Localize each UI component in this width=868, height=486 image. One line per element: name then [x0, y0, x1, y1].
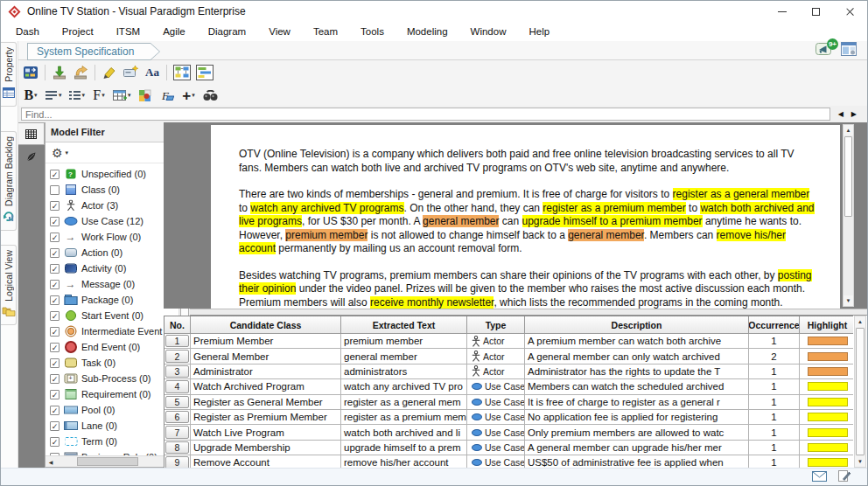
- column-header-description[interactable]: Description: [525, 316, 749, 334]
- checkbox[interactable]: ✓: [50, 280, 60, 289]
- table-row[interactable]: 8Upgrade Membershipupgrade himself to a …: [164, 441, 853, 455]
- filter-item-action-0[interactable]: ✓Action (0): [48, 245, 177, 260]
- filter-item-actor-3[interactable]: ✓Actor (3): [48, 198, 177, 213]
- font-button[interactable]: F ▾: [89, 86, 108, 105]
- checkbox[interactable]: ✓: [50, 374, 60, 384]
- menu-item-view[interactable]: View: [257, 22, 302, 41]
- bold-button[interactable]: B ▾: [21, 86, 40, 105]
- menu-item-window[interactable]: Window: [459, 22, 518, 41]
- menu-item-project[interactable]: Project: [51, 22, 105, 41]
- document-text[interactable]: OTV (Online Television) is a company whi…: [211, 125, 840, 309]
- window-layout-button[interactable]: [841, 42, 857, 59]
- menu-item-dash[interactable]: Dash: [4, 22, 51, 41]
- clear-format-button[interactable]: F: [158, 86, 177, 105]
- tab-system-specification[interactable]: System Specification: [27, 43, 160, 60]
- row-number-button[interactable]: 2: [165, 350, 189, 362]
- find-next-button[interactable]: ▶: [851, 110, 857, 118]
- list-style-button[interactable]: ▾: [66, 86, 88, 105]
- filter-item-end-event-0[interactable]: ✓End Event (0): [48, 339, 177, 355]
- filter-item-start-event-0[interactable]: ✓Start Event (0): [48, 308, 177, 323]
- checkbox[interactable]: ✓: [50, 358, 60, 368]
- checkbox[interactable]: ✓: [50, 201, 60, 211]
- notifications-button[interactable]: 9+: [816, 42, 833, 59]
- candidate-grid-tab[interactable]: [18, 122, 45, 145]
- menu-item-itsm[interactable]: ITSM: [105, 22, 151, 41]
- row-number-button[interactable]: 3: [165, 365, 189, 378]
- export-button[interactable]: [71, 63, 90, 82]
- filter-item-task-0[interactable]: ✓Task (0): [48, 355, 177, 371]
- filter-item-requirement-0[interactable]: ✓Requirement (0): [48, 386, 177, 402]
- row-number-button[interactable]: 7: [165, 426, 189, 438]
- menu-item-help[interactable]: Help: [517, 22, 561, 41]
- menu-item-team[interactable]: Team: [302, 22, 349, 41]
- checkbox[interactable]: ✓: [50, 406, 60, 415]
- add-button[interactable]: + ▾: [179, 86, 199, 105]
- menu-item-modeling[interactable]: Modeling: [396, 22, 459, 41]
- filter-item-message-0[interactable]: ✓Message (0): [48, 276, 177, 292]
- column-header-occurrence[interactable]: Occurrence: [749, 316, 800, 334]
- column-header-extracted-text[interactable]: Extracted Text: [341, 316, 467, 334]
- menu-item-diagram[interactable]: Diagram: [197, 22, 257, 41]
- checkbox[interactable]: ✓: [50, 437, 60, 447]
- scrollbar-thumb[interactable]: [77, 457, 137, 466]
- highlight-pen-tab[interactable]: [18, 145, 45, 168]
- table-row[interactable]: 4Watch Archived Programwatch any archive…: [164, 379, 853, 394]
- font-settings-button[interactable]: Aa: [143, 63, 162, 82]
- table-row[interactable]: 1Premium Memberpremium memberActorA prem…: [164, 334, 853, 349]
- find-input[interactable]: [21, 108, 830, 121]
- checkbox[interactable]: ✓: [50, 311, 60, 321]
- table-scrollbar[interactable]: ▲ ▼: [854, 316, 866, 468]
- scroll-down-icon[interactable]: ▼: [855, 456, 865, 467]
- row-number-button[interactable]: 8: [165, 441, 189, 454]
- side-tab-diagram-backlog[interactable]: Diagram Backlog: [1, 131, 17, 231]
- row-number-button[interactable]: 9: [165, 456, 189, 468]
- import-button[interactable]: [50, 63, 69, 82]
- column-header-type[interactable]: Type: [467, 316, 525, 334]
- menu-item-tools[interactable]: Tools: [349, 22, 396, 41]
- filter-item-lane-0[interactable]: ✓Lane (0): [48, 418, 177, 434]
- side-tab-property[interactable]: Property: [1, 42, 17, 107]
- document-scrollbar[interactable]: ▲ ▼: [843, 124, 854, 307]
- checkbox[interactable]: ✓: [50, 264, 60, 274]
- checkbox[interactable]: ✓: [50, 295, 60, 305]
- table-row[interactable]: 5Register as General Memberregister as a…: [164, 395, 853, 410]
- scroll-up-icon[interactable]: ▲: [855, 316, 865, 327]
- row-number-button[interactable]: 5: [165, 396, 189, 408]
- column-header-candidate-class[interactable]: Candidate Class: [191, 316, 341, 334]
- filter-item-business-rule-0[interactable]: ✓Business Rule (0): [48, 449, 177, 455]
- edit-note-button[interactable]: [838, 469, 851, 485]
- find-button[interactable]: [201, 86, 220, 105]
- find-previous-button[interactable]: ◀: [838, 110, 844, 118]
- scroll-left-icon[interactable]: ◀: [46, 456, 56, 467]
- generate-report-button[interactable]: [21, 63, 40, 82]
- column-header-highlight[interactable]: Highlight: [800, 316, 853, 334]
- filter-item-term-0[interactable]: ✓Term (0): [48, 434, 177, 449]
- filter-item-class-0[interactable]: Class (0): [48, 182, 177, 198]
- row-number-button[interactable]: 6: [165, 411, 189, 423]
- messages-button[interactable]: [812, 469, 827, 485]
- row-number-button[interactable]: 1: [165, 335, 189, 347]
- filter-item-sub-process-0[interactable]: ✓Sub-Process (0): [48, 371, 177, 386]
- filter-item-intermediate-event-0[interactable]: ✓Intermediate Event (0): [48, 323, 177, 339]
- alignment-button[interactable]: ▾: [43, 86, 64, 105]
- scroll-up-icon[interactable]: ▲: [844, 125, 853, 135]
- scrollbar-thumb[interactable]: [844, 136, 852, 217]
- checkbox[interactable]: ✓: [50, 170, 60, 179]
- table-row[interactable]: 7Watch Live Programwatch both archived a…: [164, 425, 853, 440]
- analysis-diagram-button[interactable]: [172, 63, 192, 82]
- filter-item-use-case-12[interactable]: ✓Use Case (12): [48, 213, 177, 229]
- checkbox[interactable]: ✓: [50, 421, 60, 431]
- side-tab-logical-view[interactable]: Logical View: [1, 245, 17, 326]
- filter-item-unspecified-0[interactable]: ✓Unspecified (0): [48, 166, 177, 182]
- filter-item-work-flow-0[interactable]: ✓Work Flow (0): [48, 229, 177, 245]
- menu-item-agile[interactable]: Agile: [151, 22, 197, 41]
- candidate-grid-button[interactable]: [194, 63, 215, 82]
- scroll-down-icon[interactable]: ▼: [844, 295, 853, 306]
- table-row[interactable]: 2General Membergeneral memberActorA gene…: [164, 349, 853, 364]
- minimize-button[interactable]: [765, 1, 799, 22]
- highlight-button[interactable]: [100, 63, 119, 82]
- filter-item-activity-0[interactable]: ✓Activity (0): [48, 260, 177, 276]
- gear-icon[interactable]: ⚙: [52, 147, 63, 159]
- color-palette-button[interactable]: [136, 86, 155, 105]
- new-candidate-button[interactable]: [121, 63, 141, 82]
